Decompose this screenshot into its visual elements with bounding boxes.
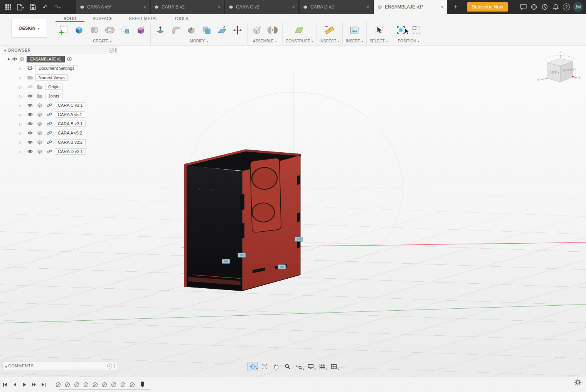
tab-surface[interactable]: SURFACE: [84, 15, 121, 22]
browser-item-label[interactable]: CARA C v2:1: [55, 102, 86, 108]
timeline-skip-start-button[interactable]: [0, 380, 10, 389]
model[interactable]: [184, 150, 301, 291]
revolve-icon[interactable]: [88, 24, 101, 37]
job-status-icon[interactable]: [541, 3, 549, 11]
eye-icon[interactable]: [12, 56, 17, 62]
browser-item-label[interactable]: Named Views: [35, 74, 68, 81]
close-icon[interactable]: [441, 4, 444, 10]
save-icon[interactable]: [29, 3, 37, 11]
view-cube[interactable]: LEFT FRONT Z Y X: [537, 49, 581, 89]
tab-tools[interactable]: TOOLS: [166, 15, 196, 22]
comments-icon[interactable]: [519, 3, 527, 11]
browser-row[interactable]: Document Settings: [2, 64, 118, 73]
measure-icon[interactable]: [323, 24, 336, 37]
timeline-feature-icon[interactable]: [54, 380, 62, 389]
offset-face-icon[interactable]: [216, 24, 229, 37]
group-create-menu[interactable]: CREATE: [57, 38, 147, 43]
avatar[interactable]: JM: [573, 2, 583, 12]
browser-item-label[interactable]: CARA B v2:2: [55, 139, 86, 145]
document-tab[interactable]: CARA B v2: [151, 0, 224, 14]
expander-icon[interactable]: [19, 94, 22, 98]
capture-position-icon[interactable]: [394, 24, 408, 37]
expander-icon[interactable]: [19, 103, 22, 108]
document-tab[interactable]: CARA A v5*: [76, 0, 150, 14]
browser-item-label[interactable]: CARA D v2:1: [55, 148, 86, 155]
close-icon[interactable]: [366, 4, 369, 10]
help-icon[interactable]: [562, 3, 571, 11]
eye-icon[interactable]: [27, 140, 33, 145]
create-form-icon[interactable]: [134, 24, 147, 37]
extensions-icon[interactable]: [530, 3, 538, 11]
timeline-position-marker[interactable]: [141, 382, 144, 387]
comments-panel[interactable]: COMMENTS: [2, 362, 117, 370]
expander-icon[interactable]: [19, 140, 22, 145]
joint-handle[interactable]: [295, 237, 303, 241]
joint-handle[interactable]: [238, 253, 246, 257]
timeline-settings-gear-icon[interactable]: [574, 379, 581, 387]
timeline-feature-icon[interactable]: [73, 380, 80, 389]
close-icon[interactable]: [292, 4, 295, 10]
timeline-feature-icon[interactable]: [128, 380, 136, 389]
press-pull-icon[interactable]: [154, 24, 167, 37]
undo-icon[interactable]: ↶: [41, 3, 49, 11]
document-tab-active[interactable]: ENSAMBLAJE v1*: [374, 0, 447, 14]
orbit-tool-button[interactable]: [248, 362, 258, 371]
eye-icon[interactable]: [27, 121, 33, 126]
browser-row[interactable]: CARA A v5:1: [2, 110, 118, 119]
timeline-feature-icon[interactable]: [91, 380, 99, 389]
group-insert-menu[interactable]: INSERT: [346, 38, 363, 43]
zoom-tool-button[interactable]: [282, 362, 293, 371]
browser-row[interactable]: CARA B v2:1: [2, 119, 118, 128]
eye-off-icon[interactable]: [27, 84, 33, 89]
expander-icon[interactable]: [19, 149, 22, 154]
file-menu-icon[interactable]: [16, 3, 25, 11]
panel-drag-handle[interactable]: [114, 363, 115, 368]
construction-plane-icon[interactable]: [293, 24, 306, 37]
app-grid-menu-icon[interactable]: [4, 3, 12, 11]
timeline-feature-icon[interactable]: [110, 380, 117, 389]
workspace-switcher[interactable]: DESIGN: [12, 19, 47, 37]
joint-icon[interactable]: [266, 24, 279, 37]
fillet-icon[interactable]: [169, 24, 182, 37]
browser-item-label[interactable]: Joints: [45, 93, 62, 99]
timeline-feature-icon[interactable]: [82, 380, 89, 389]
zoom-window-button[interactable]: [294, 362, 304, 371]
browser-row[interactable]: CARA B v2:2: [2, 138, 118, 147]
browser-row[interactable]: Origin: [2, 82, 118, 91]
browser-row[interactable]: Named Views: [2, 73, 118, 82]
expander-icon[interactable]: [19, 84, 22, 89]
eye-icon[interactable]: [27, 130, 33, 136]
box-icon[interactable]: [72, 24, 86, 37]
new-tab-button[interactable]: [451, 2, 461, 12]
combine-icon[interactable]: [200, 24, 213, 37]
timeline-feature-icon[interactable]: [64, 380, 71, 389]
timeline-skip-end-button[interactable]: [39, 380, 48, 389]
select-icon[interactable]: [372, 24, 385, 37]
shell-icon[interactable]: [185, 24, 198, 37]
document-tab[interactable]: CARA C v2: [225, 0, 298, 14]
collapse-panel-icon[interactable]: [4, 48, 6, 53]
group-modify-menu[interactable]: MODIFY: [154, 38, 244, 43]
eye-icon[interactable]: [27, 149, 33, 154]
group-construct-menu[interactable]: CONSTRUCT: [286, 38, 313, 43]
document-tab[interactable]: CARA D v2: [300, 0, 373, 14]
group-position-menu[interactable]: POSITION: [394, 38, 423, 43]
close-icon[interactable]: [217, 4, 221, 10]
group-inspect-menu[interactable]: INSPECT: [320, 38, 339, 43]
timeline-scrollbar[interactable]: [59, 389, 150, 390]
browser-row[interactable]: Joints: [2, 91, 118, 101]
timeline-feature-icon[interactable]: [101, 380, 108, 389]
timeline-play-button[interactable]: [19, 380, 29, 389]
group-select-menu[interactable]: SELECT: [370, 38, 388, 43]
redo-icon[interactable]: ↷: [53, 3, 62, 11]
tab-sheet-metal[interactable]: SHEET METAL: [121, 15, 166, 22]
joint-handle[interactable]: [278, 264, 286, 269]
display-settings-button[interactable]: [305, 362, 316, 371]
fit-view-button[interactable]: [259, 362, 269, 371]
group-assemble-menu[interactable]: ASSEMBLE: [251, 38, 279, 43]
pan-tool-button[interactable]: [271, 362, 281, 371]
timeline-step-forward-button[interactable]: [29, 380, 39, 389]
browser-item-label[interactable]: Origin: [45, 84, 62, 90]
collapse-all-icon[interactable]: [109, 48, 114, 53]
timeline-step-back-button[interactable]: [10, 380, 19, 389]
